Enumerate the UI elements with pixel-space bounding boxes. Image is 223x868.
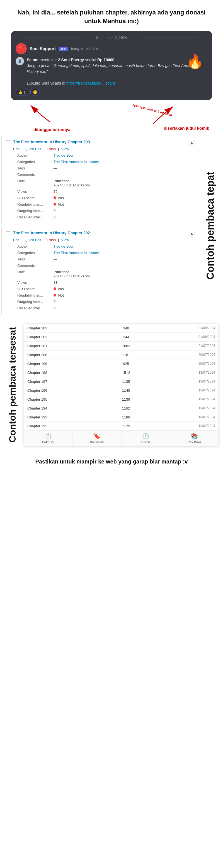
wp-post-2-received-value: 0 (54, 306, 55, 310)
label-outgoing: Outgoing inter... (17, 209, 54, 213)
annotation-judul: disertakan judul komik (164, 126, 209, 130)
wp-post-1-arrow[interactable]: ▲ (189, 140, 195, 146)
chapter-views: 1145 (104, 386, 148, 395)
wp-post-2-checkbox[interactable] (6, 231, 10, 236)
chapter-row-9[interactable]: Chapter 194 1162 13/07/2024 (24, 404, 219, 412)
chapter-views: 1135 (104, 377, 148, 386)
chapter-date: 13/07/2024 (148, 368, 219, 377)
chapter-date: 20/07/2024 (148, 350, 219, 359)
wp-post-1-header: The First Ancestor in History Chapter 20… (6, 140, 195, 146)
wp-post-2-tags: Tags — (6, 256, 195, 262)
chapter-nav-icon-3: 📚 (191, 433, 198, 440)
reaction-smiley[interactable]: 😊 (30, 89, 40, 95)
chapter-views: 1139 (104, 395, 148, 404)
wp-post-1-author: Author Tiyo de Soul (6, 152, 195, 159)
wp-post-2-title[interactable]: The First Ancestor in History Chapter 20… (13, 230, 90, 235)
wp-post-2-categories: Categories The First Ancestor in History (6, 250, 195, 256)
chapter-nav-item-3[interactable]: 📚 Rak Buku (170, 431, 219, 446)
reaction-thumbs[interactable]: 👍 1 (16, 89, 28, 95)
wp-post-1-categories-value[interactable]: The First Ancestor in History (54, 160, 99, 164)
chapter-nav-item-0[interactable]: 📋 Daftar Isi (24, 431, 73, 446)
chapter-name: Chapter 192 (24, 422, 104, 430)
chapter-views: 1179 (104, 422, 148, 430)
wp-post-1-tags-value: — (54, 166, 57, 170)
discord-header: 🔴 Soul Support APP Today at 12:12 AM (16, 43, 207, 54)
chapter-row-7[interactable]: Chapter 196 1145 13/07/2024 (24, 386, 219, 395)
chapter-name: Chapter 203 (24, 324, 104, 333)
chapter-row-0[interactable]: Chapter 203 340 31/08/2024 (24, 324, 219, 333)
app-badge: APP (59, 47, 68, 51)
wp-post-2-tags-value: — (54, 257, 57, 261)
wp-post-2-row: The First Ancestor in History Chapter 20… (2, 227, 199, 315)
chapter-row-2[interactable]: Chapter 201 1683 21/07/2024 (24, 341, 219, 350)
label-tags: Tags (17, 166, 54, 170)
chapter-date: 13/07/2024 (148, 395, 219, 404)
wp-post-1-outgoing: Outgoing inter... 0 (6, 208, 195, 214)
wp-post-1-received: Received inter... 0 (6, 214, 195, 220)
chapter-row-10[interactable]: Chapter 193 1188 13/07/2024 (24, 412, 219, 422)
wp-post-2-views: Views 83 (6, 279, 195, 286)
chapter-nav-item-1[interactable]: 🔖 Bookmark (73, 431, 121, 446)
wp-post-2-edit[interactable]: Edit (13, 238, 19, 242)
chapter-name: Chapter 202 (24, 333, 104, 341)
side-label-sesat-wrapper: Contoh pembaca tersesat (1, 321, 24, 449)
message-part2: senilai (85, 58, 97, 62)
reaction-smiley-emoji: 😊 (33, 90, 37, 94)
side-label-sesat: Contoh pembaca tersesat (7, 327, 18, 443)
wp-post-2-outgoing: Outgoing inter... 0 (6, 299, 195, 305)
wp-post-2: The First Ancestor in History Chapter 20… (1, 227, 199, 315)
wp-post-2-trash[interactable]: Trash (47, 238, 56, 242)
discord-reactions: 👍 1 😊 (16, 89, 207, 95)
wp-post-1-comments: Comments — (6, 172, 195, 178)
discord-body: 👤 Salom mentraktir 2 Soul Energy senilai… (16, 57, 207, 86)
chapter-name: Chapter 195 (24, 395, 104, 404)
chapter-date: 13/07/2024 (148, 404, 219, 412)
chapter-row-4[interactable]: Chapter 199 925 20/07/2024 (24, 359, 219, 368)
chapter-name: Chapter 196 (24, 386, 104, 395)
wp-post-1-seo: SEO score cus (6, 195, 195, 201)
wp-post-1-checkbox[interactable] (6, 141, 10, 145)
message-bold2: Rp 10000 (97, 58, 114, 62)
wp-post-1-comments-value: — (54, 173, 57, 177)
wp-post-2-header: The First Ancestor in History Chapter 20… (6, 230, 195, 237)
wp-post-1-outgoing-value: 0 (54, 209, 55, 213)
chapter-row-3[interactable]: Chapter 200 1161 20/07/2024 (24, 350, 219, 359)
wp-post-1-view[interactable]: View (61, 147, 69, 151)
readability-dot-2 (54, 294, 56, 297)
wp-post-1-received-value: 0 (54, 215, 55, 219)
wp-post-1-trash[interactable]: Trash (47, 147, 56, 151)
wp-post-1-author-value[interactable]: Tiyo de Soul (54, 153, 74, 157)
chapter-card: Chapter 203 340 31/08/2024 Chapter 202 2… (24, 323, 219, 446)
wp-post-1-quick-edit[interactable]: Quick Edit (25, 147, 41, 151)
wp-post-2-quick-edit[interactable]: Quick Edit (25, 238, 41, 242)
wp-post-2-actions: Edit | Quick Edit | Trash | View (6, 237, 195, 243)
chapter-date: 20/07/2024 (148, 359, 219, 368)
chapter-views: 1188 (104, 412, 148, 422)
wp-post-2-arrow[interactable]: ▲ (189, 230, 195, 237)
chapter-views: 1683 (104, 341, 148, 350)
chapter-views: 340 (104, 324, 148, 333)
wp-post-1-edit[interactable]: Edit (13, 147, 19, 151)
chapter-date: 31/08/2024 (148, 324, 219, 333)
chapter-row-6[interactable]: Chapter 197 1135 13/07/2024 (24, 377, 219, 386)
wp-post-2-categories-value[interactable]: The First Ancestor in History (54, 251, 99, 255)
chapter-nav-item-2[interactable]: 🕐 Histori (121, 431, 170, 446)
wp-post-1-title[interactable]: The First Ancestor in History Chapter 20… (13, 140, 90, 144)
chapter-name: Chapter 200 (24, 350, 104, 359)
wp-post-2-view[interactable]: View (61, 238, 69, 242)
message-link[interactable]: https://trakteer.id/soul_scans (66, 81, 116, 85)
side-label-tepat: Contoh pembaca tepat (205, 172, 216, 280)
wp-posts-area: The First Ancestor in History Chapter 20… (1, 136, 199, 315)
chapter-row-11[interactable]: Chapter 192 1179 13/07/2024 (24, 422, 219, 430)
chapter-row-1[interactable]: Chapter 202 244 31/08/2024 (24, 333, 219, 341)
side-label-tepat-wrapper: Contoh pembaca tepat (199, 136, 222, 315)
chapter-name: Chapter 193 (24, 412, 104, 422)
chapter-views: 1512 (104, 368, 148, 377)
chapter-row-8[interactable]: Chapter 195 1139 13/07/2024 (24, 395, 219, 404)
wp-post-2-author: Author Tiyo de Soul (6, 243, 195, 250)
seo-dot-1 (54, 196, 56, 199)
chapter-row-5[interactable]: Chapter 198 1512 13/07/2024 (24, 368, 219, 377)
wp-post-2-author-value[interactable]: Tiyo de Soul (54, 244, 74, 248)
wp-post-2-comments-value: — (54, 264, 57, 268)
arrow-svg-1 (28, 103, 61, 125)
